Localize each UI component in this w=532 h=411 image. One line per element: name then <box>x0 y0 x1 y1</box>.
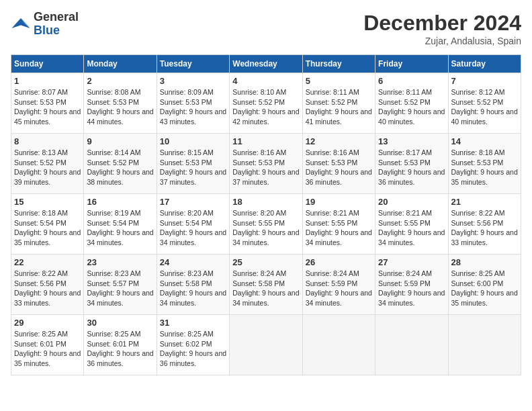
day-info: Sunrise: 8:25 AMSunset: 6:01 PMDaylight:… <box>87 329 153 369</box>
calendar-cell: 20 Sunrise: 8:21 AMSunset: 5:55 PMDaylig… <box>375 194 448 255</box>
logo: General Blue <box>11 11 79 38</box>
calendar-cell <box>375 315 448 375</box>
day-info: Sunrise: 8:24 AMSunset: 5:58 PMDaylight:… <box>232 269 299 308</box>
day-info: Sunrise: 8:16 AMSunset: 5:53 PMDaylight:… <box>232 148 299 187</box>
day-info: Sunrise: 8:19 AMSunset: 5:54 PMDaylight:… <box>87 208 153 248</box>
header-row: SundayMondayTuesdayWednesdayThursdayFrid… <box>11 55 521 73</box>
day-number: 8 <box>14 136 81 146</box>
day-info: Sunrise: 8:18 AMSunset: 5:54 PMDaylight:… <box>14 208 81 248</box>
week-row-2: 8 Sunrise: 8:13 AMSunset: 5:52 PMDayligh… <box>11 134 521 194</box>
calendar-cell: 2 Sunrise: 8:08 AMSunset: 5:53 PMDayligh… <box>84 73 157 134</box>
header-saturday: Saturday <box>448 55 521 73</box>
calendar-cell: 17 Sunrise: 8:20 AMSunset: 5:54 PMDaylig… <box>157 194 229 255</box>
calendar-cell: 23 Sunrise: 8:23 AMSunset: 5:57 PMDaylig… <box>84 255 157 315</box>
week-row-1: 1 Sunrise: 8:07 AMSunset: 5:53 PMDayligh… <box>11 73 521 134</box>
day-number: 16 <box>87 197 153 207</box>
day-number: 21 <box>451 197 518 207</box>
day-number: 23 <box>87 257 153 267</box>
day-number: 20 <box>378 197 445 207</box>
day-info: Sunrise: 8:08 AMSunset: 5:53 PMDaylight:… <box>87 87 153 127</box>
calendar-cell <box>302 315 375 375</box>
header-monday: Monday <box>84 55 157 73</box>
calendar-cell: 7 Sunrise: 8:12 AMSunset: 5:52 PMDayligh… <box>448 73 521 134</box>
calendar-cell: 14 Sunrise: 8:18 AMSunset: 5:53 PMDaylig… <box>448 134 521 194</box>
calendar-cell: 31 Sunrise: 8:25 AMSunset: 6:02 PMDaylig… <box>157 315 229 375</box>
day-info: Sunrise: 8:21 AMSunset: 5:55 PMDaylight:… <box>378 208 445 248</box>
day-info: Sunrise: 8:24 AMSunset: 5:59 PMDaylight:… <box>378 269 445 308</box>
day-number: 25 <box>232 257 299 267</box>
day-number: 29 <box>14 318 81 328</box>
calendar-cell: 30 Sunrise: 8:25 AMSunset: 6:01 PMDaylig… <box>84 315 157 375</box>
calendar-cell <box>230 315 302 375</box>
calendar-cell: 22 Sunrise: 8:22 AMSunset: 5:56 PMDaylig… <box>11 255 84 315</box>
calendar-cell: 16 Sunrise: 8:19 AMSunset: 5:54 PMDaylig… <box>84 194 157 255</box>
calendar-cell: 3 Sunrise: 8:09 AMSunset: 5:53 PMDayligh… <box>157 73 229 134</box>
calendar-cell: 21 Sunrise: 8:22 AMSunset: 5:56 PMDaylig… <box>448 194 521 255</box>
header-friday: Friday <box>375 55 448 73</box>
location: Zujar, Andalusia, Spain <box>363 36 521 46</box>
day-number: 17 <box>160 197 226 207</box>
calendar-cell: 8 Sunrise: 8:13 AMSunset: 5:52 PMDayligh… <box>11 134 84 194</box>
day-number: 3 <box>160 76 226 86</box>
calendar-cell: 19 Sunrise: 8:21 AMSunset: 5:55 PMDaylig… <box>302 194 375 255</box>
day-number: 27 <box>378 257 445 267</box>
day-info: Sunrise: 8:24 AMSunset: 5:59 PMDaylight:… <box>306 269 372 308</box>
week-row-3: 15 Sunrise: 8:18 AMSunset: 5:54 PMDaylig… <box>11 194 521 255</box>
calendar-cell: 18 Sunrise: 8:20 AMSunset: 5:55 PMDaylig… <box>230 194 302 255</box>
day-number: 9 <box>87 136 153 146</box>
day-number: 10 <box>160 136 226 146</box>
day-info: Sunrise: 8:16 AMSunset: 5:53 PMDaylight:… <box>306 148 372 187</box>
day-info: Sunrise: 8:23 AMSunset: 5:57 PMDaylight:… <box>87 269 153 308</box>
day-info: Sunrise: 8:25 AMSunset: 6:02 PMDaylight:… <box>160 329 226 369</box>
day-number: 22 <box>14 257 81 267</box>
day-number: 28 <box>451 257 518 267</box>
week-row-5: 29 Sunrise: 8:25 AMSunset: 6:01 PMDaylig… <box>11 315 521 375</box>
week-row-4: 22 Sunrise: 8:22 AMSunset: 5:56 PMDaylig… <box>11 255 521 315</box>
header-tuesday: Tuesday <box>157 55 229 73</box>
day-info: Sunrise: 8:18 AMSunset: 5:53 PMDaylight:… <box>451 148 518 187</box>
day-info: Sunrise: 8:10 AMSunset: 5:52 PMDaylight:… <box>232 87 299 127</box>
day-number: 15 <box>14 197 81 207</box>
day-info: Sunrise: 8:20 AMSunset: 5:54 PMDaylight:… <box>160 208 226 248</box>
calendar-cell: 25 Sunrise: 8:24 AMSunset: 5:58 PMDaylig… <box>230 255 302 315</box>
calendar-cell: 6 Sunrise: 8:11 AMSunset: 5:52 PMDayligh… <box>375 73 448 134</box>
title-block: December 2024 Zujar, Andalusia, Spain <box>363 11 521 46</box>
day-number: 11 <box>232 136 299 146</box>
day-info: Sunrise: 8:21 AMSunset: 5:55 PMDaylight:… <box>306 208 372 248</box>
day-info: Sunrise: 8:13 AMSunset: 5:52 PMDaylight:… <box>14 148 81 187</box>
logo-icon <box>11 14 31 34</box>
day-number: 18 <box>232 197 299 207</box>
day-info: Sunrise: 8:25 AMSunset: 6:00 PMDaylight:… <box>451 269 518 308</box>
page-header: General Blue December 2024 Zujar, Andalu… <box>11 11 521 46</box>
day-number: 31 <box>160 318 226 328</box>
day-info: Sunrise: 8:14 AMSunset: 5:52 PMDaylight:… <box>87 148 153 187</box>
svg-marker-0 <box>12 18 30 28</box>
day-number: 19 <box>306 197 372 207</box>
day-info: Sunrise: 8:11 AMSunset: 5:52 PMDaylight:… <box>306 87 372 127</box>
calendar-cell <box>448 315 521 375</box>
day-number: 6 <box>378 76 445 86</box>
day-info: Sunrise: 8:12 AMSunset: 5:52 PMDaylight:… <box>451 87 518 127</box>
day-info: Sunrise: 8:22 AMSunset: 5:56 PMDaylight:… <box>14 269 81 308</box>
header-thursday: Thursday <box>302 55 375 73</box>
day-info: Sunrise: 8:17 AMSunset: 5:53 PMDaylight:… <box>378 148 445 187</box>
calendar-cell: 5 Sunrise: 8:11 AMSunset: 5:52 PMDayligh… <box>302 73 375 134</box>
calendar-cell: 13 Sunrise: 8:17 AMSunset: 5:53 PMDaylig… <box>375 134 448 194</box>
day-number: 26 <box>306 257 372 267</box>
day-info: Sunrise: 8:23 AMSunset: 5:58 PMDaylight:… <box>160 269 226 308</box>
day-number: 2 <box>87 76 153 86</box>
day-info: Sunrise: 8:22 AMSunset: 5:56 PMDaylight:… <box>451 208 518 248</box>
calendar-cell: 4 Sunrise: 8:10 AMSunset: 5:52 PMDayligh… <box>230 73 302 134</box>
header-wednesday: Wednesday <box>230 55 302 73</box>
day-number: 13 <box>378 136 445 146</box>
calendar-cell: 27 Sunrise: 8:24 AMSunset: 5:59 PMDaylig… <box>375 255 448 315</box>
calendar-cell: 29 Sunrise: 8:25 AMSunset: 6:01 PMDaylig… <box>11 315 84 375</box>
day-info: Sunrise: 8:11 AMSunset: 5:52 PMDaylight:… <box>378 87 445 127</box>
day-info: Sunrise: 8:20 AMSunset: 5:55 PMDaylight:… <box>232 208 299 248</box>
calendar-cell: 26 Sunrise: 8:24 AMSunset: 5:59 PMDaylig… <box>302 255 375 315</box>
calendar-cell: 1 Sunrise: 8:07 AMSunset: 5:53 PMDayligh… <box>11 73 84 134</box>
calendar-cell: 24 Sunrise: 8:23 AMSunset: 5:58 PMDaylig… <box>157 255 229 315</box>
day-number: 5 <box>306 76 372 86</box>
logo-text: General Blue <box>34 11 79 38</box>
month-title: December 2024 <box>363 11 521 36</box>
